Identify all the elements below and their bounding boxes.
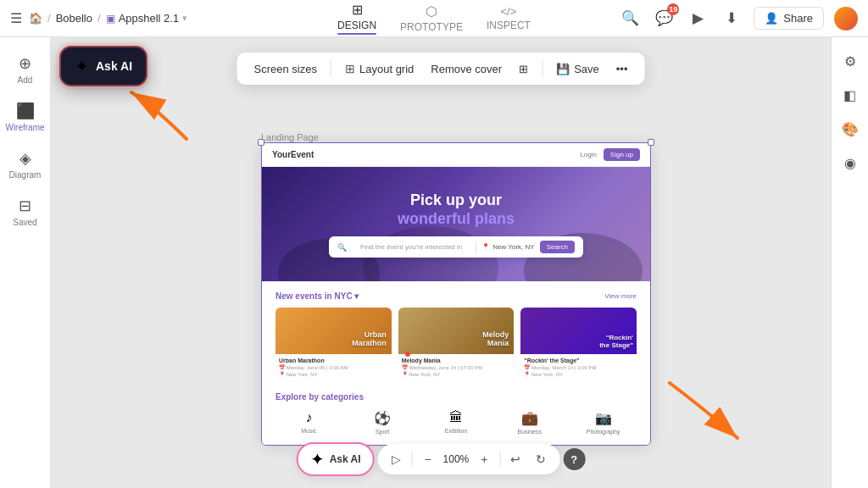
business-label: Business <box>518 429 542 435</box>
lp-body: New events in NYC ▾ View more Urban Mara… <box>262 281 650 445</box>
lp-card-img-melody: Melody Mania <box>398 308 515 354</box>
lp-card-meta-rockin: 📅 Monday, March 14 | 3:00 PM <box>524 364 633 370</box>
toolbar-divider-2 <box>542 60 542 77</box>
breadcrumb-file[interactable]: ▣ Appshell 2.1 ▾ <box>106 12 188 25</box>
inspect-tab-icon: </> <box>501 5 517 18</box>
lp-section-title: New events in NYC ▾ <box>275 291 359 301</box>
remove-cover-button[interactable]: Remove cover <box>424 58 509 80</box>
redo-button[interactable]: ↻ <box>531 449 551 469</box>
lp-categories: ♪ Music ⚽ Sport 🏛 Exibition 💼 Business <box>275 410 637 435</box>
right-layers-icon[interactable]: ◧ <box>837 81 864 108</box>
ask-ai-top-button[interactable]: ✦ Ask AI <box>59 46 147 86</box>
save-label: Save <box>574 63 599 75</box>
lp-cat-photography[interactable]: 📷 Photography <box>570 410 637 435</box>
prototype-tab-label: PROTOTYPE <box>400 21 463 33</box>
bottom-tools: ▷ − 100% + ↩ ↻ <box>378 444 560 474</box>
location-icon: 📍 <box>481 243 490 251</box>
right-settings-icon[interactable]: ⚙ <box>837 47 864 75</box>
bt-divider-2 <box>499 452 500 467</box>
main-layout: ⊕ Add ⬛ Wireframe ◈ Diagram ⊟ Saved ✦ As… <box>0 37 868 488</box>
play-icon[interactable]: ▶ <box>686 7 709 30</box>
lp-nav-signup[interactable]: Sign up <box>604 148 640 161</box>
hamburger-icon[interactable]: ☰ <box>10 10 22 26</box>
tab-underline <box>337 33 376 35</box>
ask-ai-bottom-button[interactable]: ✦ Ask AI <box>297 442 375 476</box>
lp-cat-sport[interactable]: ⚽ Sport <box>349 410 416 435</box>
lp-card-rockin[interactable]: "Rockin' the Stage" "Rockin' the Stage" … <box>520 308 637 380</box>
notification-icon[interactable]: 💬 19 <box>652 7 676 30</box>
share-person-icon: 👤 <box>765 12 778 25</box>
share-label: Share <box>783 12 813 25</box>
lp-search-input[interactable]: Find the event you're interested in <box>352 243 470 251</box>
sport-icon: ⚽ <box>374 410 391 426</box>
search-icon[interactable]: 🔍 <box>618 7 642 30</box>
sidebar-item-wireframe[interactable]: ⬛ Wireframe <box>4 95 47 139</box>
home-icon[interactable]: 🏠 <box>29 12 42 25</box>
lp-search-bar[interactable]: 🔍 Find the event you're interested in 📍 … <box>329 236 583 258</box>
top-bar-center: ⊞ DESIGN ⬡ PROTOTYPE </> INSPECT <box>336 0 532 38</box>
zoom-in-button[interactable]: + <box>474 449 494 469</box>
lp-cat-business[interactable]: 💼 Business <box>496 410 563 435</box>
sidebar-item-diagram[interactable]: ◈ Diagram <box>4 142 47 186</box>
lp-view-more[interactable]: View more <box>604 292 637 300</box>
right-assets-icon[interactable]: ◉ <box>837 149 864 176</box>
bt-divider-1 <box>412 452 413 467</box>
lp-card-title-melody: Melody Mania <box>482 330 509 347</box>
lp-cat-music[interactable]: ♪ Music <box>275 410 342 435</box>
toolbar-divider-1 <box>331 60 331 77</box>
lp-card-name-rockin: "Rockin' the Stage" <box>524 358 633 363</box>
lp-card-title-rockin: "Rockin' the Stage" <box>599 334 633 349</box>
share-button[interactable]: 👤 Share <box>754 7 824 30</box>
landing-page-frame[interactable]: YourEvent Login Sign up Pick up your won… <box>261 142 651 446</box>
more-options-button[interactable]: ••• <box>609 58 635 80</box>
sidebar-diagram-label: Diagram <box>9 170 42 180</box>
right-palette-icon[interactable]: 🎨 <box>837 115 864 142</box>
lp-search-icon: 🔍 <box>337 243 347 252</box>
lp-nav-login[interactable]: Login <box>580 151 597 158</box>
bottom-toolbar: ✦ Ask AI ▷ − 100% + ↩ ↻ ? <box>297 442 586 476</box>
help-button[interactable]: ? <box>563 448 585 470</box>
breadcrumb-sep: / <box>47 12 51 25</box>
frame-corner-tr <box>648 139 654 146</box>
checkerboard-button[interactable]: ⊞ <box>512 58 535 80</box>
undo-button[interactable]: ↩ <box>505 449 526 469</box>
lp-card-melody[interactable]: Melody Mania Melody Mania 📅 Wednesday, J… <box>398 308 515 380</box>
sidebar-item-saved[interactable]: ⊟ Saved <box>4 190 47 234</box>
lp-card-img-rockin: "Rockin' the Stage" <box>520 308 637 354</box>
lp-card-info-melody: Melody Mania 📅 Wednesday, June 24 | 07:0… <box>398 354 515 380</box>
exhibition-icon: 🏛 <box>449 410 463 425</box>
tab-prototype[interactable]: ⬡ PROTOTYPE <box>398 0 465 36</box>
section-new-events: New events in <box>275 291 332 301</box>
screen-sizes-button[interactable]: Screen sizes <box>248 58 324 80</box>
avatar[interactable] <box>834 7 858 30</box>
tab-design[interactable]: ⊞ DESIGN <box>336 0 378 38</box>
lp-card-urban[interactable]: Urban Marathon Urban Marathon 📅 Monday, … <box>275 308 392 380</box>
breadcrumb-project[interactable]: Bobello <box>56 12 92 25</box>
zoom-out-button[interactable]: − <box>418 449 438 469</box>
layout-grid-button[interactable]: ⊞ Layout grid <box>338 58 420 80</box>
lp-hero-subtitle: wonderful plans <box>279 210 633 228</box>
inspect-tab-label: INSPECT <box>487 19 531 31</box>
sidebar-item-add[interactable]: ⊕ Add <box>4 47 47 92</box>
lp-card-img-urban: Urban Marathon <box>275 308 392 354</box>
music-label: Music <box>301 428 316 434</box>
tab-inspect[interactable]: </> INSPECT <box>485 2 532 35</box>
lp-cat-exhibition[interactable]: 🏛 Exibition <box>423 410 490 435</box>
download-icon[interactable]: ⬇ <box>720 7 743 30</box>
annotation-arrow-top <box>119 80 203 151</box>
design-tab-icon: ⊞ <box>352 2 363 18</box>
lp-card-name-melody: Melody Mania <box>402 358 511 363</box>
lp-header: YourEvent Login Sign up <box>262 143 650 167</box>
lp-cards: Urban Marathon Urban Marathon 📅 Monday, … <box>275 308 637 380</box>
right-sidebar: ⚙ ◧ 🎨 ◉ <box>831 37 868 488</box>
more-options-icon: ••• <box>616 63 628 75</box>
ask-ai-sparkle-icon: ✦ <box>75 56 89 76</box>
sport-label: Sport <box>376 429 390 435</box>
save-button[interactable]: 💾 Save <box>549 58 606 80</box>
zoom-level[interactable]: 100% <box>443 453 470 465</box>
lp-search-button[interactable]: Search <box>540 241 575 253</box>
checkerboard-icon: ⊞ <box>519 63 528 75</box>
cursor-tool[interactable]: ▷ <box>387 449 407 469</box>
explore-by-text: Explore by <box>275 392 319 402</box>
ask-ai-bottom-icon: ✦ <box>310 449 325 469</box>
